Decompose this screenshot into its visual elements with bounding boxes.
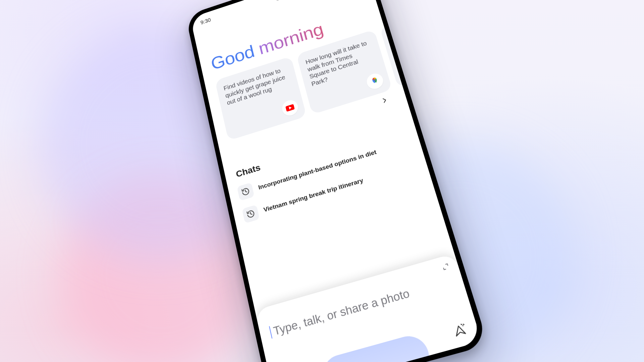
svg-point-1 <box>462 325 464 326</box>
app-content: Good morning Find videos of how to quick… <box>199 0 482 362</box>
maps-pin-icon <box>365 71 385 91</box>
history-icon <box>237 182 254 201</box>
suggestion-card-text <box>388 31 393 32</box>
expand-icon[interactable] <box>441 262 450 271</box>
composer-sheet: Type, talk, or share a photo <box>255 253 482 362</box>
phone-mockup: 9:30 5G Good morning <box>185 0 488 362</box>
composer-input[interactable]: Type, talk, or share a photo <box>269 275 454 339</box>
history-icon <box>242 204 260 223</box>
stage: 9:30 5G Good morning <box>0 0 644 362</box>
phone-frame: 9:30 5G Good morning <box>185 0 488 362</box>
carousel-next-button[interactable] <box>376 92 394 109</box>
phone-screen: 9:30 5G Good morning <box>190 0 482 362</box>
suggestion-card-text: Find videos of how to quickly get grape … <box>223 65 292 107</box>
text-caret <box>269 326 272 339</box>
composer-placeholder: Type, talk, or share a photo <box>272 287 411 338</box>
youtube-icon <box>280 98 300 118</box>
voice-input-pill[interactable] <box>319 332 434 362</box>
status-time: 9:30 <box>200 17 211 25</box>
send-button[interactable] <box>449 321 470 341</box>
